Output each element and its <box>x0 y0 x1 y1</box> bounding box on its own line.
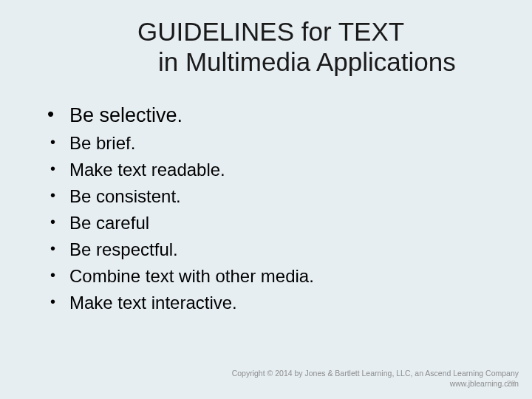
title-line-2: in Multimedia Applications <box>137 47 532 77</box>
content-area: Be selective. Be brief. Make text readab… <box>0 78 532 316</box>
list-item: Be selective. <box>44 101 532 130</box>
list-item: Be respectful. <box>44 236 532 263</box>
list-item: Make text interactive. <box>44 290 532 316</box>
list-item: Make text readable. <box>44 157 532 183</box>
list-item: Combine text with other media. <box>44 263 532 290</box>
slide-title: GUIDELINES for TEXT in Multimedia Applic… <box>0 0 532 78</box>
slide-number: 28 <box>507 379 516 388</box>
list-item: Be careful <box>44 210 532 236</box>
copyright-text: Copyright © 2014 by Jones & Bartlett Lea… <box>232 368 519 378</box>
bullet-list: Be selective. Be brief. Make text readab… <box>44 101 532 316</box>
list-item: Be consistent. <box>44 183 532 210</box>
title-line-1: GUIDELINES for TEXT <box>137 16 532 47</box>
list-item: Be brief. <box>44 130 532 157</box>
footer-url: www.jblearning.com <box>232 378 519 389</box>
footer: Copyright © 2014 by Jones & Bartlett Lea… <box>232 368 519 389</box>
